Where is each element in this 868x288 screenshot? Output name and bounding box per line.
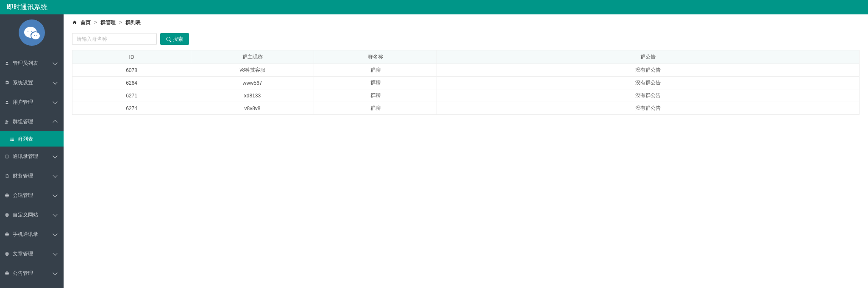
chevron-down-icon	[53, 60, 57, 65]
book-icon	[4, 154, 9, 159]
chevron-down-icon	[53, 99, 57, 104]
app-title: 即时通讯系统	[7, 3, 47, 11]
svg-point-3	[7, 120, 8, 122]
col-notice: 群公告	[437, 50, 860, 64]
sidebar-item-phone-contacts[interactable]: 手机通讯录	[0, 224, 64, 244]
gear-icon	[4, 80, 9, 85]
svg-point-0	[6, 61, 8, 63]
chevron-down-icon	[53, 192, 57, 197]
globe-icon	[4, 193, 9, 198]
sidebar-item-label: 通讯录管理	[13, 153, 38, 160]
cell-notice: 没有群公告	[437, 89, 860, 102]
list-icon	[9, 137, 14, 141]
sidebar-item-label: 手机通讯录	[13, 231, 38, 238]
sidebar-item-users[interactable]: 用户管理	[0, 92, 64, 112]
cell-id: 6274	[72, 102, 191, 115]
svg-rect-9	[11, 140, 14, 140]
doc-icon	[4, 174, 9, 178]
sidebar-item-system[interactable]: 系统设置	[0, 73, 64, 92]
breadcrumb-current: 群列表	[125, 19, 141, 26]
search-input[interactable]	[72, 33, 157, 45]
user-icon	[4, 100, 9, 105]
search-button[interactable]: 搜索	[160, 33, 189, 45]
cell-name: 群聊	[314, 89, 437, 102]
globe-icon	[4, 213, 9, 217]
sidebar-item-announcement[interactable]: 公告管理	[0, 263, 64, 283]
chevron-down-icon	[53, 270, 57, 275]
sidebar-item-groups[interactable]: 群组管理	[0, 112, 64, 131]
svg-rect-4	[10, 138, 11, 138]
sidebar-item-label: 群组管理	[13, 118, 33, 125]
chevron-down-icon	[53, 153, 57, 158]
breadcrumb-section[interactable]: 群管理	[100, 19, 116, 26]
sidebar-item-label: 系统设置	[13, 79, 33, 86]
cell-name: 群聊	[314, 64, 437, 77]
cell-owner: v8v8v8	[191, 102, 314, 115]
svg-point-1	[6, 100, 8, 102]
cell-notice: 没有群公告	[437, 64, 860, 77]
sidebar-item-finance[interactable]: 财务管理	[0, 166, 64, 186]
main-content: 首页 > 群管理 > 群列表 搜索 ID 群主昵称 群名称 群公告	[64, 14, 868, 288]
sidebar-item-label: 财务管理	[13, 172, 33, 180]
breadcrumb-sep: >	[119, 19, 122, 25]
sidebar-subitem-label: 群列表	[18, 136, 33, 143]
sidebar-item-article[interactable]: 文章管理	[0, 244, 64, 263]
sidebar-item-label: 会话管理	[13, 192, 33, 199]
cell-id: 6271	[72, 89, 191, 102]
cell-name: 群聊	[314, 77, 437, 89]
globe-icon	[4, 252, 9, 256]
sidebar-item-sessions[interactable]: 会话管理	[0, 186, 64, 205]
sidebar-subitem-group-list[interactable]: 群列表	[0, 131, 64, 147]
chevron-down-icon	[53, 251, 57, 255]
chevron-down-icon	[53, 212, 57, 216]
breadcrumb-home[interactable]: 首页	[81, 19, 91, 26]
svg-rect-6	[10, 139, 11, 139]
globe-icon	[4, 232, 9, 237]
breadcrumb: 首页 > 群管理 > 群列表	[64, 14, 868, 30]
table-row[interactable]: 6078 v8科技客服 群聊 没有群公告	[72, 64, 860, 77]
chevron-down-icon	[53, 173, 57, 177]
svg-rect-7	[11, 139, 14, 139]
user-icon	[4, 61, 9, 66]
col-owner: 群主昵称	[191, 50, 314, 64]
col-name: 群名称	[314, 50, 437, 64]
chevron-up-icon	[53, 120, 57, 125]
col-id: ID	[72, 50, 191, 64]
users-icon	[4, 119, 9, 124]
cell-id: 6078	[72, 64, 191, 77]
table-row[interactable]: 6274 v8v8v8 群聊 没有群公告	[72, 102, 860, 115]
search-button-label: 搜索	[173, 36, 183, 43]
table-row[interactable]: 6264 www567 群聊 没有群公告	[72, 77, 860, 89]
app-header: 即时通讯系统	[0, 0, 868, 14]
search-icon	[166, 37, 170, 41]
cell-id: 6264	[72, 77, 191, 89]
cell-owner: xd8133	[191, 89, 314, 102]
home-icon	[72, 20, 77, 25]
sidebar-item-contacts[interactable]: 通讯录管理	[0, 147, 64, 166]
cell-notice: 没有群公告	[437, 102, 860, 115]
globe-icon	[4, 271, 9, 276]
sidebar-item-label: 管理员列表	[13, 60, 38, 67]
sidebar-item-label: 用户管理	[13, 99, 33, 106]
svg-point-2	[6, 120, 7, 122]
svg-rect-8	[10, 140, 11, 140]
cell-owner: www567	[191, 77, 314, 89]
sidebar-item-admins[interactable]: 管理员列表	[0, 53, 64, 73]
group-table: ID 群主昵称 群名称 群公告 6078 v8科技客服 群聊 没有群公告 626…	[72, 50, 860, 115]
sidebar-item-website[interactable]: 自定义网站	[0, 205, 64, 224]
sidebar-item-label: 公告管理	[13, 270, 33, 277]
sidebar-item-label: 自定义网站	[13, 211, 38, 219]
cell-owner: v8科技客服	[191, 64, 314, 77]
logo	[0, 14, 64, 53]
breadcrumb-sep: >	[94, 19, 97, 25]
svg-rect-5	[11, 138, 14, 138]
table-row[interactable]: 6271 xd8133 群聊 没有群公告	[72, 89, 860, 102]
chevron-down-icon	[53, 231, 57, 236]
cell-notice: 没有群公告	[437, 77, 860, 89]
chevron-down-icon	[53, 80, 57, 84]
cell-name: 群聊	[314, 102, 437, 115]
sidebar-item-label: 文章管理	[13, 250, 33, 258]
sidebar: 管理员列表 系统设置 用户管理	[0, 14, 64, 288]
